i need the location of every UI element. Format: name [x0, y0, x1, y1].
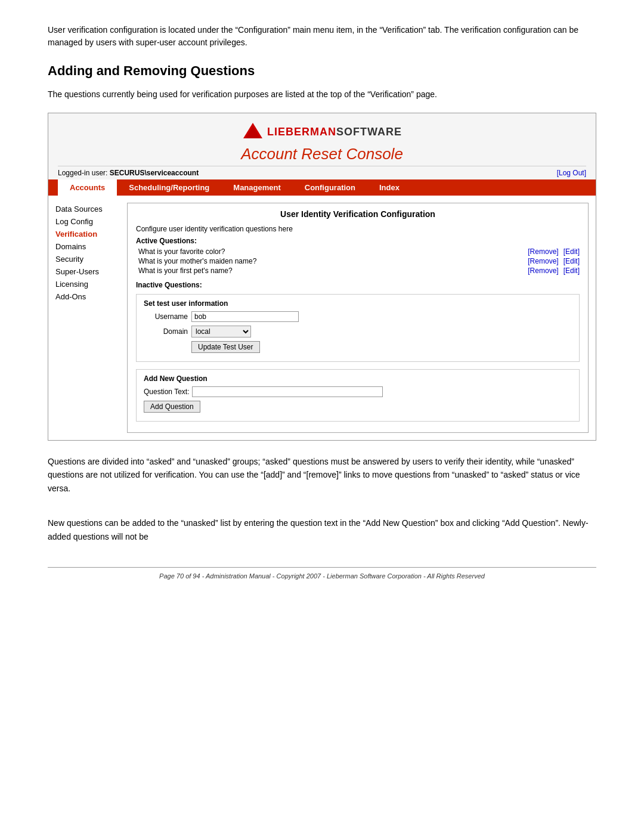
logout-link[interactable]: [Log Out] — [557, 169, 586, 177]
remove-link-1[interactable]: [Remove] — [528, 247, 558, 256]
username-label: Username — [144, 312, 191, 321]
sidebar: Data Sources Log Config Verification Dom… — [55, 203, 127, 433]
footer: Page 70 of 94 - Administration Manual - … — [48, 567, 596, 580]
app-logo-area: LIEBERMANSOFTWARE — [58, 120, 586, 144]
update-test-user-button[interactable]: Update Test User — [191, 341, 260, 353]
sidebar-item-licensing[interactable]: Licensing — [55, 278, 122, 290]
app-frame: LIEBERMANSOFTWARE Account Reset Console … — [48, 113, 596, 441]
username-value: SECURUS\serviceaccount — [110, 169, 199, 177]
question-text-input[interactable] — [192, 386, 383, 397]
username-input[interactable] — [191, 311, 299, 322]
question-text-row: Question Text: — [144, 386, 572, 397]
config-intro: Configure user identity verification que… — [136, 225, 580, 233]
add-question-button[interactable]: Add Question — [144, 401, 200, 413]
app-nav: Accounts Scheduling/Reporting Management… — [48, 179, 596, 196]
nav-accounts[interactable]: Accounts — [58, 179, 117, 196]
section-subtext: The questions currently being used for v… — [48, 88, 596, 101]
domain-label: Domain — [144, 327, 191, 336]
sidebar-item-add-ons[interactable]: Add-Ons — [55, 290, 122, 303]
intro-paragraph: User verification configuration is locat… — [48, 24, 596, 49]
footer-text: Page 70 of 94 - Administration Manual - … — [159, 572, 485, 580]
app-title: Account Reset Console — [58, 145, 586, 163]
sidebar-item-data-sources[interactable]: Data Sources — [55, 203, 122, 215]
edit-link-3[interactable]: [Edit] — [564, 267, 580, 275]
sidebar-item-log-config[interactable]: Log Config — [55, 215, 122, 228]
table-row: What is your favorite color? [Remove] [E… — [136, 247, 580, 256]
logo-icon — [242, 120, 264, 144]
nav-index[interactable]: Index — [367, 179, 411, 196]
remove-link-3[interactable]: [Remove] — [528, 267, 558, 275]
inactive-questions-label: Inactive Questions: — [136, 281, 580, 289]
sidebar-item-super-users[interactable]: Super-Users — [55, 265, 122, 278]
app-content: Data Sources Log Config Verification Dom… — [48, 196, 596, 440]
edit-link-2[interactable]: [Edit] — [564, 257, 580, 265]
user-info: Logged-in user: SECURUS\serviceaccount — [58, 169, 199, 177]
question-text-label: Question Text: — [144, 388, 190, 396]
app-header: LIEBERMANSOFTWARE Account Reset Console … — [48, 113, 596, 179]
add-question-button-row: Add Question — [144, 401, 572, 413]
main-panel: User Identity Verification Configuration… — [127, 203, 589, 433]
edit-link-1[interactable]: [Edit] — [564, 247, 580, 256]
question-text-3: What is your first pet's name? — [138, 267, 523, 275]
update-button-row: Update Test User — [144, 341, 572, 353]
sidebar-item-verification[interactable]: Verification — [55, 228, 122, 240]
bottom-paragraph-1: Questions are divided into “asked” and “… — [48, 455, 596, 495]
active-questions-label: Active Questions: — [136, 237, 580, 245]
username-row: Username — [144, 311, 572, 322]
add-question-box: Add New Question Question Text: Add Ques… — [136, 369, 580, 422]
sidebar-item-security[interactable]: Security — [55, 253, 122, 265]
logo-brand-text: LIEBERMANSOFTWARE — [267, 126, 402, 138]
test-user-box: Set test user information Username Domai… — [136, 294, 580, 362]
bottom-paragraph-2: New questions can be added to the “unask… — [48, 516, 596, 543]
sidebar-item-domains[interactable]: Domains — [55, 240, 122, 253]
nav-management[interactable]: Management — [221, 179, 292, 196]
domain-row: Domain local — [144, 326, 572, 337]
nav-configuration[interactable]: Configuration — [293, 179, 367, 196]
question-text-2: What is your mother's maiden name? — [138, 257, 523, 265]
table-row: What is your first pet's name? [Remove] … — [136, 267, 580, 275]
question-text-1: What is your favorite color? — [138, 247, 523, 256]
nav-scheduling[interactable]: Scheduling/Reporting — [117, 179, 221, 196]
section-heading: Adding and Removing Questions — [48, 63, 596, 79]
add-question-title: Add New Question — [144, 374, 572, 383]
table-row: What is your mother's maiden name? [Remo… — [136, 257, 580, 265]
remove-link-2[interactable]: [Remove] — [528, 257, 558, 265]
test-user-title: Set test user information — [144, 299, 572, 308]
app-user-bar: Logged-in user: SECURUS\serviceaccount [… — [58, 166, 586, 179]
domain-select[interactable]: local — [191, 326, 251, 337]
panel-title: User Identity Verification Configuration — [136, 209, 580, 219]
